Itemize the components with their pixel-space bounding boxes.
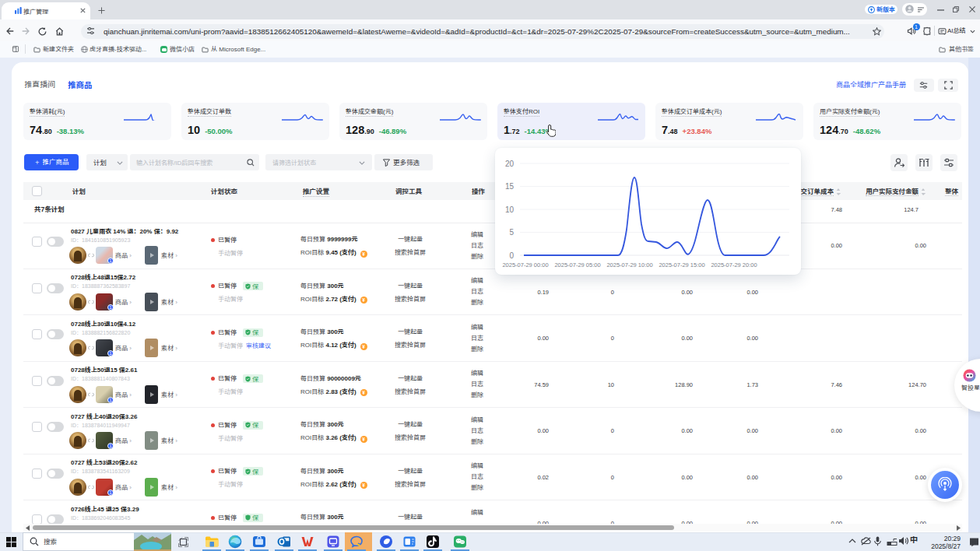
svg-text:5: 5: [509, 228, 514, 237]
svg-text:2025-07-29 10:00: 2025-07-29 10:00: [606, 261, 652, 268]
svg-text:2025-07-29 05:00: 2025-07-29 05:00: [554, 261, 600, 268]
svg-text:2025-07-29 00:00: 2025-07-29 00:00: [502, 261, 548, 268]
svg-text:0: 0: [509, 251, 514, 260]
svg-text:2025-07-29 20:00: 2025-07-29 20:00: [711, 261, 757, 268]
svg-text:10: 10: [505, 205, 515, 214]
svg-text:15: 15: [505, 182, 515, 191]
svg-text:2025-07-29 15:00: 2025-07-29 15:00: [659, 261, 704, 268]
svg-text:20: 20: [505, 160, 515, 168]
